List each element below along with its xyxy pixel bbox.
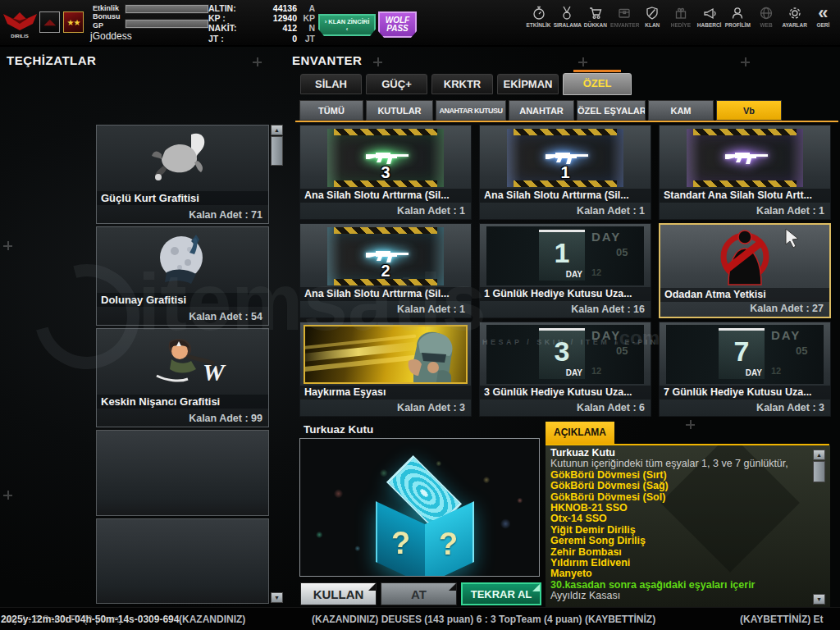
nav-ayarlar[interactable]: AYARLAR [781,6,808,28]
nav-envanter[interactable]: ENVANTER [610,6,637,28]
nav-hediye[interactable]: HEDİYE [667,6,694,28]
gp-progressbar [126,20,208,28]
tekrar-al-button[interactable]: TEKRAR AL [461,582,541,605]
status-bar: an) 2 : 6 SanlsTV (0 puan) 2025y-12m-30d… [0,607,840,630]
nav-geri[interactable]: « GERİ [810,6,837,28]
scroll-down-button[interactable]: ▼ [813,594,825,605]
gear-icon [788,6,802,21]
currency-row-kp: KP : 12940 KP [208,13,315,23]
grid-item-3-gunluk-hediye[interactable]: DAY 05 12 3 DAY 3 Günlük Hediye Kutusu U… [479,322,651,417]
currency-panel: ALTIN: 44136 A KP : 12940 KP NAKİT: 412 … [208,3,315,43]
grid-item-7-gunluk-hediye[interactable]: DAY 05 12 7 DAY 7 Günlük Hediye Kutusu U… [659,322,831,417]
kullan-button[interactable]: KULLAN [300,582,377,605]
empty-slot [96,518,269,604]
list-item-guclu-kurt[interactable]: Güçlü Kurt Grafitisi Kalan Adet : 71 [96,125,269,224]
desc-line: Geremi Song Diriliş [546,536,830,546]
match-result-text: (KAZANDINIZ) DEUSES (143 puan) 6 : 3 Top… [312,614,655,625]
subtab-anahtar-kutusu[interactable]: ANAHTAR KUTUSU [436,100,506,121]
grid-item-odadan-atma[interactable]: Odadan Atma Yetkisi Kalan Adet : 27 [659,223,831,318]
desc-line: Turkuaz Kutu [546,448,830,459]
subtab-kam[interactable]: KAM [648,100,714,121]
globe-icon [759,6,774,21]
svg-text:DIRILIS: DIRILIS [11,34,28,39]
subtab-anahtar[interactable]: ANAHTAR [509,100,574,121]
crate-purple-image [687,129,803,187]
active-tab-marker [573,70,621,72]
list-item-keskin-nisanci[interactable]: W Keskin Nişancı Grafitisi Kalan Adet : … [96,328,269,427]
crate-blue-image: 1 [507,129,623,187]
subtab-ozel-esyalar[interactable]: ÖZEL EŞYALAR [577,100,646,121]
scroll-thumb[interactable] [271,136,283,166]
tab-guc[interactable]: GÜÇ+ [366,74,427,94]
desc-line: 30.kasadan sonra aşağıdaki eşyaları içer… [546,580,830,591]
left-list-scrollbar: ▲ ▼ [271,125,283,604]
shout-item-image [304,325,468,384]
klan-zinciri-button[interactable]: › KLAN ZİNCİRİ ‹ [318,14,376,36]
grid-item-haykirma[interactable]: Haykırma Eşyası Kalan Adet : 3 [299,322,472,417]
inventory-subtabs: TÜMÜ KUTULAR ANAHTAR KUTUSU ANAHTAR ÖZEL… [299,100,782,121]
grid-item-slot-arttirma-2[interactable]: 2 Ana Silah Slotu Arttırma (Sil... Kalan… [299,223,472,318]
tab-krktr[interactable]: KRKTR [431,74,493,94]
desc-line: Zehir Bombası [546,547,830,558]
plus-decoration [3,491,12,500]
person-icon [730,6,745,21]
wolf-pass-button[interactable]: WOLF PASS [378,11,417,38]
tab-ozel[interactable]: ÖZEL [563,73,632,95]
nav-profilim[interactable]: PROFİLİM [724,6,751,28]
match-result-text: (KAZANDINIZ) [179,614,245,625]
grid-item-slot-arttirma-3[interactable]: 3 Ana Silah Slotu Arttırma (Sil... Kalan… [299,125,472,220]
wolfteam-inventory-screen: DIRILIS ◢◣ ★★ EtkinlikBonusu GP jGoddess… [0,0,840,630]
plus-decoration [686,420,695,429]
scroll-up-button[interactable]: ▲ [813,450,825,460]
stopwatch-icon [532,6,546,21]
grid-item-standart-slot[interactable]: Standart Ana Silah Slotu Artt... Kalan A… [659,125,831,220]
tab-ekipman[interactable]: EKİPMAN [497,74,559,94]
nav-haberci[interactable]: HABERCİ [696,6,723,28]
scroll-up-button[interactable]: ▲ [271,125,283,135]
empty-slot [96,430,269,516]
nav-dukkan[interactable]: DÜKKAN [582,6,609,28]
subtab-vb[interactable]: Vb [716,100,782,121]
timestamp-text: 2025y-12m-30d-04h-50m-14s-0309-694 [1,614,179,625]
player-name: jGoddess [90,30,132,42]
back-icon: « [810,6,837,21]
scroll-thumb[interactable] [813,461,825,482]
desc-line: Manyeto [546,568,830,579]
desc-line: GökBörü Dövmesi (Sol) [546,492,830,503]
nav-web[interactable]: WEB [753,6,780,28]
plus-decoration [253,57,262,66]
subtab-kutular[interactable]: KUTULAR [366,100,433,121]
crate-green-image: 3 [327,129,444,187]
desc-line: GökBörü Dövmesi (Sağ) [546,481,830,491]
crate-cyan-image: 2 [327,227,444,285]
etkinlik-bonusu-label: EtkinlikBonusu [93,4,121,21]
nav-etkinlik[interactable]: ETKİNLİK [525,6,552,28]
desc-line: GökBörü Dövmesi (Sırt) [546,470,830,481]
top-nav: ETKİNLİK SIRALAMA DÜKKAN ENVANTER KLAN H… [525,6,837,28]
tab-silah[interactable]: SİLAH [300,74,362,94]
currency-row-altin: ALTIN: 44136 A [208,3,315,13]
grid-item-1-gunluk-hediye[interactable]: DAY 05 12 1 DAY 1 Günlük Hediye Kutusu U… [479,223,651,318]
grid-item-slot-arttirma-1[interactable]: 1 Ana Silah Slotu Arttırma (Sil... Kalan… [479,125,651,220]
desc-line: HKNOB-21 SSO [546,503,830,514]
at-button[interactable]: AT [381,582,457,605]
nav-siralama[interactable]: SIRALAMA [554,6,581,28]
clan-emblem-icon: ◢◣ [39,11,60,33]
subtab-tumu[interactable]: TÜMÜ [299,100,363,121]
nav-klan[interactable]: KLAN [639,6,666,28]
wolfteam-logo-icon: DIRILIS [2,9,39,40]
gp-label: GP [93,21,103,30]
calendar-1-day-image: DAY 05 12 1 DAY [486,226,644,285]
preview-buttons: KULLAN AT TEKRAR AL [300,582,541,605]
scroll-down-button[interactable]: ▼ [271,592,283,603]
preview-title: Turkuaz Kutu [304,423,373,436]
envanter-title: ENVANTER [292,53,362,67]
turkuaz-kutu-preview-image: ? ? [299,438,540,577]
list-item-dolunay[interactable]: Dolunay Grafitisi Kalan Adet : 54 [96,226,269,326]
subtab-underline [295,121,838,122]
turquoise-box-art: ? ? [376,454,474,568]
calendar-7-day-image: DAY 05 12 7 DAY [666,325,824,384]
chest-icon [617,6,632,21]
cart-icon [588,6,603,21]
aciklama-tab[interactable]: AÇIKLAMA [546,422,614,444]
